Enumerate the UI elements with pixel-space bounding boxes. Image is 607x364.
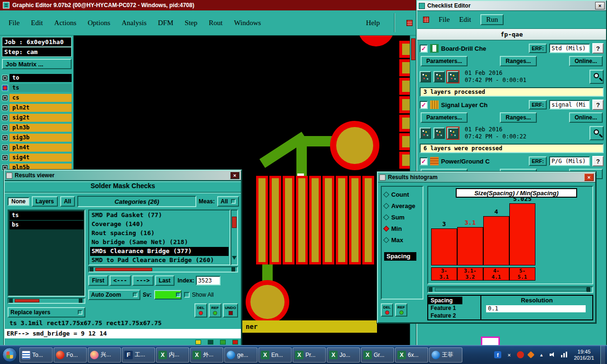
grid-mini-icon[interactable] [220,340,226,345]
sv-color-button[interactable] [154,290,182,300]
view-action-icon[interactable] [433,71,445,82]
erf-value-field[interactable]: P/G (Mils) [549,156,590,166]
list-item[interactable]: bs [9,221,83,229]
parameters-button[interactable]: Parameters... [421,112,468,123]
filter-none-button[interactable]: None [8,197,29,206]
ranges-button[interactable]: Ranges... [500,56,536,66]
entry-checkbox[interactable]: ✓ [420,45,428,53]
menu-run[interactable]: Run [480,14,504,25]
tray-alert-icon[interactable] [527,351,535,359]
reference-button[interactable]: REF [395,303,407,317]
taskbar-button[interactable]: 兴... [88,347,121,363]
layer-checkbox[interactable] [2,75,8,81]
close-icon[interactable]: × [584,173,594,181]
menu-analysis[interactable]: Analysis [122,19,147,27]
stat-option[interactable]: Count [384,189,423,200]
prev-button[interactable]: <--- [110,275,131,286]
category-item[interactable]: SMD to Pad Clearance Bridge (260) [90,256,229,265]
stat-option[interactable]: Average [384,200,423,211]
layer-list-hscrollbar[interactable] [8,298,85,304]
last-button[interactable]: Last [155,275,175,286]
stop-mini-icon[interactable] [232,340,238,345]
scrollbar-thumb[interactable] [435,288,587,291]
category-item[interactable]: No bridge (Same Net) (218) [90,238,229,247]
meas-dropdown[interactable]: All [217,196,239,207]
setup-action-icon[interactable] [420,127,431,139]
menu-file[interactable]: File [439,16,450,24]
mini-icon[interactable] [208,340,213,345]
histogram-titlebar[interactable]: Results histogram × [378,173,595,182]
param-row-selected[interactable]: Spacing [428,297,462,304]
entry-checkbox[interactable]: ✓ [420,157,428,165]
close-icon[interactable]: × [230,172,239,179]
taskbar-button[interactable]: 王菲 [429,347,462,363]
param-row[interactable]: Feature 1 [428,304,480,312]
category-item-selected[interactable]: SMDs Clearance Bridge (377) [90,247,229,256]
grid-handle-icon[interactable] [406,20,413,26]
first-button[interactable]: First [88,275,108,286]
taskbar-button[interactable]: XGr... [361,347,394,363]
layer-checkbox[interactable] [2,125,8,131]
scrollbar-thumb[interactable] [411,38,415,60]
show-desktop-button[interactable] [600,346,605,364]
layer-checkbox[interactable] [2,135,8,141]
taskbar-button[interactable]: XPr... [293,347,326,363]
param-row[interactable]: Feature 2 [428,312,480,319]
taskbar-button[interactable]: X外... [190,347,223,363]
taskbar-button[interactable]: To... [19,347,53,363]
erf-button[interactable]: ERF: [529,44,547,53]
categories-list[interactable]: SMD Pad Gasket (77) Coverage (140) Rout … [88,209,230,265]
menu-file[interactable]: File [9,19,19,27]
layer-checkbox[interactable] [2,95,8,101]
filter-all-button[interactable]: All [60,196,75,207]
category-item[interactable]: SMD Pad Gasket (77) [90,211,229,220]
parameter-label[interactable]: Spacing [384,252,416,261]
layer-name[interactable]: pln4t [9,144,72,152]
menu-edit[interactable]: Edit [459,16,471,24]
index-input[interactable]: 3523 [196,276,221,285]
bar[interactable] [457,227,483,265]
online-button[interactable]: Online... [569,112,603,123]
online-button[interactable]: Online... [569,56,603,66]
category-item[interactable]: Rout spacing (16) [90,229,229,238]
magnifier-button[interactable] [589,70,604,84]
bar[interactable] [483,216,509,265]
taskbar-button[interactable]: X6x... [395,347,428,363]
auto-zoom-dropdown[interactable]: Auto Zoom [88,290,140,300]
network-icon[interactable] [561,351,568,358]
layer-name[interactable]: pln2t [9,104,72,112]
result-layer-list[interactable]: ts bs [8,209,85,297]
layer-name[interactable]: sig3b [9,134,72,142]
erf-value-field[interactable]: Std (Mils) [549,44,590,53]
scrollbar-thumb[interactable] [15,299,39,302]
entry-checkbox[interactable]: ✓ [420,101,428,109]
erf-button[interactable]: ERF: [529,100,547,109]
menu-edit[interactable]: Edit [31,19,43,27]
checklist-titlebar[interactable]: Checklist Editor × [417,1,606,11]
help-button[interactable]: ? [592,43,604,54]
ranges-button[interactable]: Ranges... [500,112,536,123]
menu-actions[interactable]: Actions [54,19,76,27]
grid-handle-icon[interactable] [423,17,429,23]
categories-hscrollbar[interactable] [88,266,238,273]
layer-name[interactable]: to [9,74,72,82]
help-button[interactable]: ? [592,100,604,110]
list-item[interactable]: ts [9,211,83,220]
results-viewer-titlebar[interactable]: Results viewer × [5,171,241,181]
clock[interactable]: 19:45 2016/2/1 [574,349,594,361]
setup-action-icon[interactable] [420,71,431,82]
run-action-icon[interactable] [447,71,459,82]
taskbar-button[interactable]: F工... [122,347,155,363]
delete-button[interactable]: DEL [381,303,393,317]
menu-step[interactable]: Step [185,19,198,27]
bar[interactable] [509,203,535,265]
stat-option[interactable]: Sum [384,211,423,223]
tray-f-icon[interactable]: f [494,351,501,358]
menu-windows[interactable]: Windows [234,19,261,27]
view-action-icon[interactable] [433,127,445,139]
categories-vscrollbar[interactable] [230,209,238,265]
close-icon[interactable]: × [595,2,605,9]
bar[interactable] [431,228,457,265]
resolution-input[interactable]: 0.1 [486,305,586,312]
layer-name[interactable]: cs [9,94,72,102]
